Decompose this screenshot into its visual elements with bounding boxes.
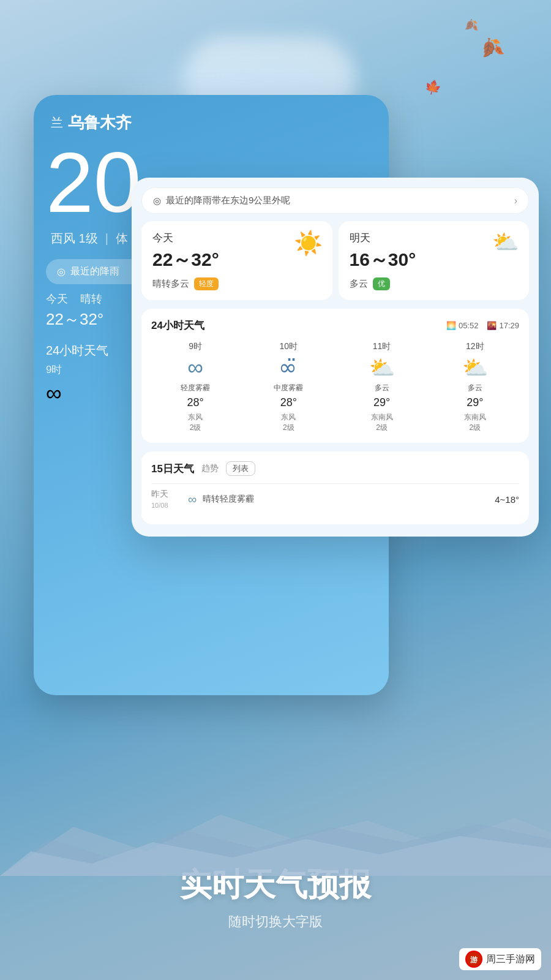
back-card-body-temp: 体 bbox=[116, 230, 128, 247]
hourly-icon-11: ⛅ bbox=[369, 355, 395, 380]
back-card-wind: 西风 1级 bbox=[51, 230, 98, 247]
hourly-time-9: 9时 bbox=[189, 341, 202, 352]
hourly-desc-12: 多云 bbox=[468, 383, 482, 393]
chevron-right-icon: › bbox=[514, 195, 517, 206]
section-24h-title: 24小时天气 bbox=[151, 318, 204, 333]
rain-notice-bar[interactable]: ◎ 最近的降雨带在东边9公里外呢 › bbox=[141, 187, 529, 214]
sunset-time: 17:29 bbox=[499, 321, 519, 330]
today-desc: 晴转多云 bbox=[152, 278, 189, 290]
partly-cloudy-icon-12: ⛅ bbox=[462, 355, 488, 380]
hourly-desc-9: 轻度雾霾 bbox=[181, 383, 210, 393]
today-desc-row: 晴转多云 轻度 bbox=[152, 277, 321, 290]
hourly-temp-9: 28° bbox=[187, 396, 204, 409]
forecast-temp-yesterday: 4~18° bbox=[495, 494, 519, 505]
hourly-col-11: 11时 ⛅ 多云 29° 东南风2级 bbox=[338, 341, 426, 433]
tomorrow-desc-row: 多云 优 bbox=[350, 277, 519, 290]
weather-cards-row: 今天 ☀️ 22～32° 晴转多云 轻度 明天 ⛅ 16～30° 多云 优 bbox=[141, 221, 529, 300]
hourly-wind-12: 东南风2级 bbox=[464, 412, 486, 433]
watermark: 游 周三手游网 bbox=[459, 948, 541, 970]
hourly-col-10: 10时 ∞̈ 中度雾霾 28° 东风2级 bbox=[244, 341, 332, 433]
rain-notice-text: 最近的降雨带在东边9公里外呢 bbox=[166, 195, 290, 206]
list-button[interactable]: 列表 bbox=[226, 461, 255, 476]
sunrise-icon: 🌅 bbox=[446, 321, 456, 330]
hourly-icon-10: ∞̈ bbox=[279, 355, 298, 380]
today-quality-badge: 轻度 bbox=[194, 277, 219, 290]
section-15d-title: 15日天气 bbox=[151, 462, 194, 476]
tomorrow-card: 明天 ⛅ 16～30° 多云 优 bbox=[339, 221, 530, 300]
forecast-icon-yesterday: ∞ bbox=[188, 492, 197, 507]
hourly-wind-10: 东风2级 bbox=[281, 412, 296, 433]
hourly-temp-12: 29° bbox=[467, 396, 483, 409]
forecast-desc-yesterday: 晴转轻度雾霾 bbox=[203, 494, 489, 505]
rain-notice-left: ◎ 最近的降雨带在东边9公里外呢 bbox=[153, 195, 290, 206]
hourly-wind-9: 东风2级 bbox=[188, 412, 203, 433]
sunrise-sunset: 🌅 05:52 🌇 17:29 bbox=[446, 321, 519, 330]
section-24h-header: 24小时天气 🌅 05:52 🌇 17:29 bbox=[151, 318, 519, 333]
tomorrow-quality-badge: 优 bbox=[373, 277, 390, 290]
section-15d-header: 15日天气 趋势 列表 bbox=[151, 461, 519, 476]
leaf-decoration-2: 🍁 bbox=[422, 78, 443, 97]
page-wrapper: 🍂 🍁 🍂 兰 乌鲁木齐 20 西风 1级 | 体 ◎ 最近的降雨 今天 晴转 … bbox=[0, 0, 551, 980]
svg-text:游: 游 bbox=[470, 956, 478, 964]
hourly-time-10: 10时 bbox=[280, 341, 298, 352]
forecast-row-yesterday: 昨天10/08 ∞ 晴转轻度雾霾 4~18° bbox=[151, 483, 519, 514]
hourly-time-12: 12时 bbox=[466, 341, 484, 352]
fog-med-icon: ∞̈ bbox=[279, 355, 298, 380]
fog-light-icon: ∞ bbox=[187, 355, 203, 380]
hourly-col-12: 12时 ⛅ 多云 29° 东南风2级 bbox=[431, 341, 519, 433]
back-card-header: 兰 乌鲁木齐 bbox=[34, 95, 389, 140]
hourly-desc-11: 多云 bbox=[375, 383, 389, 393]
hourly-icon-9: ∞ bbox=[187, 355, 203, 380]
hourly-icon-12: ⛅ bbox=[462, 355, 488, 380]
rain-icon-small: ◎ bbox=[57, 266, 66, 277]
rain-drop-icon: ◎ bbox=[153, 195, 161, 206]
section-15d: 15日天气 趋势 列表 昨天10/08 ∞ 晴转轻度雾霾 4~18° bbox=[141, 451, 529, 524]
watermark-logo: 游 bbox=[465, 951, 482, 968]
hourly-temp-11: 29° bbox=[373, 396, 390, 409]
hourly-row: 9时 ∞ 轻度雾霾 28° 东风2级 10时 ∞̈ 中度雾霾 28° bbox=[151, 341, 519, 433]
today-card: 今天 ☀️ 22～32° 晴转多云 轻度 bbox=[141, 221, 332, 300]
sunrise-time: 05:52 bbox=[459, 321, 479, 330]
forecast-date-yesterday: 昨天10/08 bbox=[151, 489, 182, 510]
hourly-wind-11: 东南风2级 bbox=[371, 412, 393, 433]
sunrise-item: 🌅 05:52 bbox=[446, 321, 479, 330]
location-icon: 兰 bbox=[51, 115, 63, 131]
back-card-rain-text: 最近的降雨 bbox=[70, 265, 119, 278]
section-24h: 24小时天气 🌅 05:52 🌇 17:29 9时 bbox=[141, 309, 529, 443]
hourly-time-11: 11时 bbox=[373, 341, 391, 352]
back-card-separator: | bbox=[105, 232, 108, 246]
leaf-decoration-3: 🍂 bbox=[463, 18, 478, 32]
hourly-desc-10: 中度雾霾 bbox=[274, 383, 303, 393]
trend-label: 趋势 bbox=[201, 463, 219, 474]
watermark-text: 周三手游网 bbox=[486, 953, 535, 966]
back-card-today-desc: 晴转 bbox=[80, 292, 102, 306]
front-card: ◎ 最近的降雨带在东边9公里外呢 › 今天 ☀️ 22～32° 晴转多云 轻度 … bbox=[132, 178, 539, 537]
hourly-temp-10: 28° bbox=[280, 396, 297, 409]
today-sun-icon: ☀️ bbox=[294, 230, 323, 257]
main-slogan: 实时天气预报 bbox=[0, 864, 551, 907]
sunset-icon: 🌇 bbox=[487, 321, 497, 330]
tomorrow-cloudy-icon: ⛅ bbox=[492, 230, 519, 255]
sunset-item: 🌇 17:29 bbox=[487, 321, 519, 330]
partly-cloudy-icon-11: ⛅ bbox=[369, 355, 395, 380]
sub-slogan: 随时切换大字版 bbox=[0, 913, 551, 931]
bottom-section: 实时天气预报 随时切换大字版 bbox=[0, 864, 551, 931]
back-card-today-label: 今天 bbox=[46, 292, 68, 306]
leaf-decoration-1: 🍂 bbox=[476, 34, 505, 62]
hourly-col-9: 9时 ∞ 轻度雾霾 28° 东风2级 bbox=[151, 341, 239, 433]
back-card-city: 乌鲁木齐 bbox=[68, 112, 132, 134]
tomorrow-desc: 多云 bbox=[350, 278, 368, 290]
